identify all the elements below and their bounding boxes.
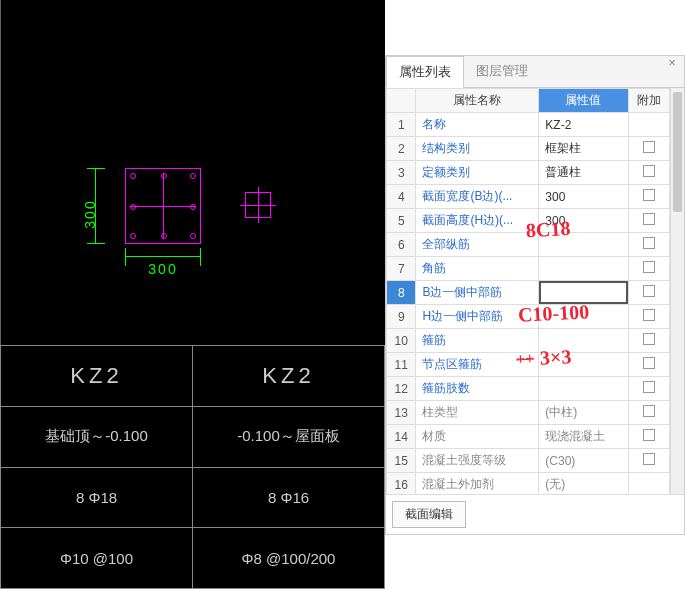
cad-viewport[interactable]: 300 300 KZ2 基础顶～-0.100 8 Φ18 Φ10 @100 KZ… bbox=[0, 0, 385, 589]
tab-properties[interactable]: 属性列表 bbox=[386, 56, 464, 88]
row-number[interactable]: 10 bbox=[387, 329, 416, 353]
prop-extra-cell[interactable] bbox=[628, 233, 669, 257]
prop-name-cell[interactable]: 节点区箍筋 bbox=[416, 353, 539, 377]
checkbox-icon[interactable] bbox=[643, 285, 655, 297]
checkbox-icon[interactable] bbox=[643, 453, 655, 465]
row-number[interactable]: 2 bbox=[387, 137, 416, 161]
checkbox-icon[interactable] bbox=[643, 357, 655, 369]
table-row[interactable]: 5截面高度(H边)(...300 bbox=[387, 209, 670, 233]
prop-value-cell[interactable] bbox=[539, 377, 628, 401]
prop-value-cell[interactable]: 300 bbox=[539, 185, 628, 209]
row-number[interactable]: 5 bbox=[387, 209, 416, 233]
prop-name-cell[interactable]: 截面宽度(B边)(... bbox=[416, 185, 539, 209]
checkbox-icon[interactable] bbox=[643, 213, 655, 225]
prop-extra-cell[interactable] bbox=[628, 377, 669, 401]
table-row[interactable]: 11节点区箍筋 bbox=[387, 353, 670, 377]
row-number[interactable]: 1 bbox=[387, 113, 416, 137]
prop-extra-cell[interactable] bbox=[628, 161, 669, 185]
table-row[interactable]: 16混凝土外加剂(无) bbox=[387, 473, 670, 495]
row-number[interactable]: 9 bbox=[387, 305, 416, 329]
table-row[interactable]: 7角筋 bbox=[387, 257, 670, 281]
prop-extra-cell[interactable] bbox=[628, 281, 669, 305]
prop-name-cell[interactable]: 混凝土强度等级 bbox=[416, 449, 539, 473]
prop-value-cell[interactable]: (C30) bbox=[539, 449, 628, 473]
prop-name-cell[interactable]: 材质 bbox=[416, 425, 539, 449]
prop-name-cell[interactable]: 名称 bbox=[416, 113, 539, 137]
table-row[interactable]: 12箍筋肢数 bbox=[387, 377, 670, 401]
prop-value-cell[interactable]: 300 bbox=[539, 209, 628, 233]
checkbox-icon[interactable] bbox=[643, 261, 655, 273]
prop-extra-cell[interactable] bbox=[628, 329, 669, 353]
prop-name-cell[interactable]: B边一侧中部筋 bbox=[416, 281, 539, 305]
tab-layers[interactable]: 图层管理 bbox=[464, 56, 540, 87]
row-number[interactable]: 13 bbox=[387, 401, 416, 425]
table-row[interactable]: 4截面宽度(B边)(...300 bbox=[387, 185, 670, 209]
prop-value-cell[interactable]: (无) bbox=[539, 473, 628, 495]
vertical-scrollbar[interactable] bbox=[670, 88, 684, 494]
table-row[interactable]: 3定额类别普通柱 bbox=[387, 161, 670, 185]
checkbox-icon[interactable] bbox=[643, 309, 655, 321]
prop-extra-cell[interactable] bbox=[628, 185, 669, 209]
prop-name-cell[interactable]: 结构类别 bbox=[416, 137, 539, 161]
table-row[interactable]: 14材质现浇混凝土 bbox=[387, 425, 670, 449]
prop-name-cell[interactable]: H边一侧中部筋 bbox=[416, 305, 539, 329]
row-number[interactable]: 7 bbox=[387, 257, 416, 281]
row-number[interactable]: 15 bbox=[387, 449, 416, 473]
row-number[interactable]: 16 bbox=[387, 473, 416, 495]
prop-name-cell[interactable]: 全部纵筋 bbox=[416, 233, 539, 257]
prop-extra-cell[interactable] bbox=[628, 401, 669, 425]
prop-value-input[interactable] bbox=[539, 281, 627, 304]
row-number[interactable]: 12 bbox=[387, 377, 416, 401]
table-row[interactable]: 10箍筋 bbox=[387, 329, 670, 353]
prop-name-cell[interactable]: 箍筋 bbox=[416, 329, 539, 353]
section-edit-button[interactable]: 截面编辑 bbox=[392, 501, 466, 528]
table-row[interactable]: 6全部纵筋 bbox=[387, 233, 670, 257]
row-number[interactable]: 11 bbox=[387, 353, 416, 377]
cad-drawing-area[interactable]: 300 300 bbox=[0, 0, 385, 345]
prop-extra-cell[interactable] bbox=[628, 257, 669, 281]
row-number[interactable]: 3 bbox=[387, 161, 416, 185]
prop-value-cell[interactable] bbox=[539, 305, 628, 329]
checkbox-icon[interactable] bbox=[643, 165, 655, 177]
prop-extra-cell[interactable] bbox=[628, 473, 669, 495]
prop-value-cell[interactable]: 框架柱 bbox=[539, 137, 628, 161]
prop-name-cell[interactable]: 截面高度(H边)(... bbox=[416, 209, 539, 233]
prop-name-cell[interactable]: 角筋 bbox=[416, 257, 539, 281]
header-propvalue[interactable]: 属性值 bbox=[539, 89, 628, 113]
table-row[interactable]: 9H边一侧中部筋 bbox=[387, 305, 670, 329]
prop-name-cell[interactable]: 混凝土外加剂 bbox=[416, 473, 539, 495]
table-row[interactable]: 13柱类型(中柱) bbox=[387, 401, 670, 425]
prop-value-cell[interactable]: 现浇混凝土 bbox=[539, 425, 628, 449]
prop-value-cell[interactable] bbox=[539, 281, 628, 305]
prop-value-cell[interactable]: 普通柱 bbox=[539, 161, 628, 185]
table-row[interactable]: 8B边一侧中部筋 bbox=[387, 281, 670, 305]
checkbox-icon[interactable] bbox=[643, 237, 655, 249]
table-row[interactable]: 2结构类别框架柱 bbox=[387, 137, 670, 161]
prop-extra-cell[interactable] bbox=[628, 209, 669, 233]
prop-value-cell[interactable] bbox=[539, 353, 628, 377]
scrollbar-thumb[interactable] bbox=[673, 92, 682, 212]
table-row[interactable]: 15混凝土强度等级(C30) bbox=[387, 449, 670, 473]
checkbox-icon[interactable] bbox=[643, 333, 655, 345]
prop-extra-cell[interactable] bbox=[628, 353, 669, 377]
prop-value-cell[interactable]: (中柱) bbox=[539, 401, 628, 425]
row-number[interactable]: 6 bbox=[387, 233, 416, 257]
checkbox-icon[interactable] bbox=[643, 381, 655, 393]
checkbox-icon[interactable] bbox=[643, 429, 655, 441]
checkbox-icon[interactable] bbox=[643, 141, 655, 153]
table-row[interactable]: 1名称KZ-2 bbox=[387, 113, 670, 137]
prop-value-cell[interactable]: KZ-2 bbox=[539, 113, 628, 137]
checkbox-icon[interactable] bbox=[643, 189, 655, 201]
prop-value-cell[interactable] bbox=[539, 233, 628, 257]
prop-extra-cell[interactable] bbox=[628, 425, 669, 449]
row-number[interactable]: 8 bbox=[387, 281, 416, 305]
prop-extra-cell[interactable] bbox=[628, 305, 669, 329]
prop-name-cell[interactable]: 箍筋肢数 bbox=[416, 377, 539, 401]
prop-value-cell[interactable] bbox=[539, 329, 628, 353]
row-number[interactable]: 14 bbox=[387, 425, 416, 449]
prop-extra-cell[interactable] bbox=[628, 449, 669, 473]
close-icon[interactable]: × bbox=[664, 55, 680, 71]
prop-name-cell[interactable]: 定额类别 bbox=[416, 161, 539, 185]
prop-value-cell[interactable] bbox=[539, 257, 628, 281]
prop-extra-cell[interactable] bbox=[628, 137, 669, 161]
